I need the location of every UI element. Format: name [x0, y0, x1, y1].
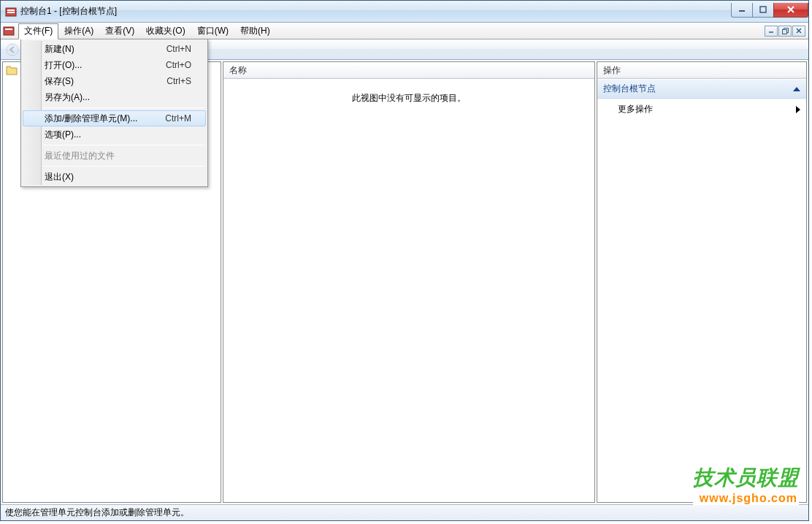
- mdi-close-button[interactable]: [792, 26, 805, 37]
- file-menu-dropdown: 新建(N) Ctrl+N 打开(O)... Ctrl+O 保存(S) Ctrl+…: [20, 39, 208, 187]
- more-actions-label: 更多操作: [618, 103, 653, 115]
- more-actions-item[interactable]: 更多操作: [597, 99, 806, 120]
- menu-window[interactable]: 窗口(W): [191, 23, 234, 39]
- menu-file[interactable]: 文件(F): [18, 23, 58, 39]
- menu-item-recent: 最近使用过的文件: [23, 148, 206, 164]
- chevron-right-icon: [796, 106, 800, 113]
- svg-rect-2: [7, 12, 15, 13]
- svg-rect-1: [7, 10, 15, 11]
- titlebar: 控制台1 - [控制台根节点]: [1, 1, 808, 23]
- menu-item-exit[interactable]: 退出(X): [23, 169, 206, 185]
- menu-help[interactable]: 帮助(H): [234, 23, 276, 39]
- menubar-container: 文件(F) 操作(A) 查看(V) 收藏夹(O) 窗口(W) 帮助(H): [1, 23, 808, 39]
- empty-message: 此视图中没有可显示的项目。: [223, 79, 594, 105]
- minimize-button[interactable]: [731, 3, 753, 18]
- close-button[interactable]: [773, 3, 808, 18]
- menubar: 文件(F) 操作(A) 查看(V) 收藏夹(O) 窗口(W) 帮助(H): [1, 23, 808, 39]
- list-column-header[interactable]: 名称: [223, 62, 594, 79]
- app-icon: [5, 6, 17, 18]
- menu-separator: [43, 145, 204, 145]
- menu-separator: [43, 107, 204, 108]
- actions-section-label: 控制台根节点: [603, 83, 656, 95]
- actions-pane: 操作 控制台根节点 更多操作: [597, 61, 807, 503]
- menu-item-options[interactable]: 选项(P)...: [23, 126, 206, 143]
- mdi-icon: [2, 24, 15, 37]
- back-button[interactable]: [4, 41, 21, 58]
- mmc-window: 控制台1 - [控制台根节点] 文件(F) 操作(A) 查看(V) 收藏夹(O)…: [0, 0, 809, 521]
- column-name-label: 名称: [229, 64, 247, 77]
- statusbar: 使您能在管理单元控制台添加或删除管理单元。: [1, 504, 808, 520]
- menu-item-saveas[interactable]: 另存为(A)...: [23, 89, 206, 105]
- actions-header: 操作: [597, 62, 806, 79]
- mdi-controls: [764, 26, 807, 37]
- svg-rect-7: [4, 27, 14, 35]
- menu-separator: [43, 166, 204, 167]
- menu-view[interactable]: 查看(V): [99, 23, 140, 39]
- collapse-icon: [793, 87, 800, 91]
- menu-item-save[interactable]: 保存(S) Ctrl+S: [23, 73, 206, 89]
- list-pane[interactable]: 名称 此视图中没有可显示的项目。: [223, 61, 595, 503]
- svg-point-14: [7, 44, 18, 56]
- mdi-restore-button[interactable]: [778, 26, 792, 37]
- menu-item-new[interactable]: 新建(N) Ctrl+N: [23, 41, 206, 57]
- svg-rect-4: [760, 7, 766, 12]
- menu-item-open[interactable]: 打开(O)... Ctrl+O: [23, 57, 206, 73]
- menu-favorites[interactable]: 收藏夹(O): [140, 23, 191, 39]
- actions-header-label: 操作: [603, 64, 621, 77]
- status-text: 使您能在管理单元控制台添加或删除管理单元。: [5, 506, 189, 519]
- maximize-button[interactable]: [752, 3, 774, 18]
- svg-rect-11: [782, 29, 786, 34]
- actions-section-header[interactable]: 控制台根节点: [597, 79, 806, 99]
- folder-icon: [6, 65, 18, 75]
- menu-action[interactable]: 操作(A): [58, 23, 99, 39]
- window-title: 控制台1 - [控制台根节点]: [20, 5, 732, 18]
- window-controls: [732, 3, 808, 18]
- menu-item-add-remove-snapin[interactable]: 添加/删除管理单元(M)... Ctrl+M: [23, 110, 206, 126]
- mdi-minimize-button[interactable]: [765, 26, 778, 37]
- svg-rect-8: [5, 29, 12, 30]
